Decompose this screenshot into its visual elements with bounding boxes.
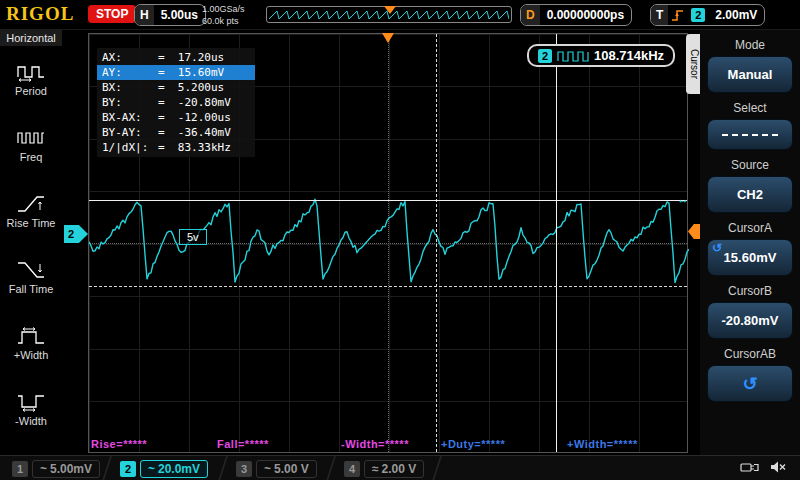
sidebar-item-label: +Width	[14, 349, 49, 361]
freq-counter-value: 108.714kHz	[594, 48, 664, 63]
channel-1-status[interactable]: 1 ~ 5.00mV	[12, 459, 100, 478]
cursor-b-hline[interactable]	[89, 286, 687, 287]
coupling-icon: ~	[264, 462, 271, 476]
system-status-icons	[740, 460, 786, 474]
cursor-readout-label: 1/|dX|:	[102, 141, 158, 154]
right-menu-panel: Mode Manual Select Source CH2 CursorA ↺ …	[700, 30, 800, 480]
cursor-a-value: 15.60mV	[724, 250, 777, 265]
cursor-readout-label: BY:	[102, 96, 158, 109]
channel-4-badge: 4	[344, 461, 360, 477]
select-button[interactable]	[707, 119, 793, 150]
cursor-menu-tab[interactable]: Cursor	[686, 34, 700, 94]
cursor-a-handle-icon[interactable]: ↔	[677, 192, 689, 206]
oscilloscope-screen: RIGOL STOP H 5.00us 1.00GSa/s 60.0k pts …	[0, 0, 800, 480]
cursor-readout-label: AY:	[102, 66, 158, 79]
cursor-ab-label: CursorAB	[700, 347, 800, 361]
cursor-readout-value: = 17.20us	[158, 51, 224, 64]
trigger-group[interactable]: T 2 2.00mV	[650, 4, 765, 26]
measure-plus-width: +Width=*****	[567, 438, 638, 450]
channel-4-status[interactable]: 4 ≈ 2.00 V	[344, 459, 424, 478]
run-stop-button[interactable]: STOP	[88, 5, 136, 23]
sidebar-item-period[interactable]: Period	[0, 46, 62, 112]
source-button[interactable]: CH2	[707, 176, 793, 213]
sidebar-item-label: Freq	[20, 151, 43, 163]
channel-divider	[218, 456, 228, 480]
cursor-readout-row: BY-AY: = -36.40mV	[97, 125, 255, 140]
frequency-counter-badge: 2 108.714kHz	[527, 44, 675, 67]
sidebar-item-label: -Width	[15, 415, 47, 427]
sidebar-item-minus-width[interactable]: -Width	[0, 376, 62, 442]
cursor-readout-row: BX-AX: = -12.00us	[97, 110, 255, 125]
measure-fall: Fall=*****	[217, 438, 269, 450]
horizontal-scale-group[interactable]: H 5.00us	[134, 4, 206, 26]
waveform-preview-strip[interactable]	[266, 6, 512, 23]
cursor-ab-button[interactable]: ↺	[707, 365, 793, 402]
channel-3-scale-box: ~ 5.00 V	[256, 460, 317, 478]
cursor-a-label: CursorA	[700, 221, 800, 235]
minus-width-icon	[17, 392, 45, 412]
scope-graticule: ↔ AX: = 17.20us AY: = 15.60mV BX: = 5.20…	[88, 33, 688, 453]
sample-rate: 1.00GSa/s	[202, 3, 245, 15]
sidebar-item-freq[interactable]: Freq	[0, 112, 62, 178]
coupling-icon: ~	[148, 462, 155, 476]
trigger-slope-icon	[670, 7, 686, 23]
channel2-ground-marker[interactable]: 2	[64, 225, 88, 243]
trigger-source-badge: 2	[691, 8, 705, 22]
left-sidebar-title: Horizontal	[0, 30, 62, 46]
cursor-readout-label: BY-AY:	[102, 126, 158, 139]
rotate-knob-icon: ↺	[742, 373, 757, 395]
freq-icon	[17, 128, 45, 148]
horizontal-label: H	[135, 5, 154, 25]
memory-depth: 60.0k pts	[202, 15, 245, 27]
cursor-b-button[interactable]: -20.80mV	[707, 302, 793, 339]
cursor-readout-value: = 15.60mV	[158, 66, 224, 79]
cursor-readout-row: BY: = -20.80mV	[97, 95, 255, 110]
measure-rise: Rise=*****	[91, 438, 147, 450]
cursor-readout-value: = 5.200us	[158, 81, 224, 94]
sidebar-item-label: Rise Time	[7, 217, 56, 229]
dashed-line-icon	[722, 134, 778, 136]
rise-time-icon	[17, 194, 45, 214]
channel-2-badge: 2	[120, 461, 136, 477]
coupling-icon: ≈	[372, 462, 379, 476]
channel-3-badge: 3	[236, 461, 252, 477]
channel-2-status[interactable]: 2 ~ 20.0mV	[120, 459, 208, 478]
cursor-readout-label: BX:	[102, 81, 158, 94]
cursor-b-vline[interactable]	[436, 34, 437, 452]
cursor-readout-value: = -20.80mV	[158, 96, 231, 109]
left-measure-sidebar: Horizontal Period Freq Rise Time	[0, 30, 62, 455]
delay-value: 0.00000000ps	[540, 8, 631, 22]
fall-time-icon	[17, 260, 45, 280]
source-label: Source	[700, 158, 800, 172]
cursor-readout-value: = -12.00us	[158, 111, 231, 124]
sidebar-item-plus-width[interactable]: +Width	[0, 310, 62, 376]
cursor-readout-row: 1/|dX|: = 83.33kHz	[97, 140, 255, 155]
cursor-readout-value: = -36.40mV	[158, 126, 231, 139]
channel-1-scale: 5.00mV	[50, 462, 92, 476]
cursor-readout-label: AX:	[102, 51, 158, 64]
sidebar-item-rise-time[interactable]: Rise Time	[0, 178, 62, 244]
sidebar-item-label: Period	[15, 85, 47, 97]
top-status-bar: RIGOL STOP H 5.00us 1.00GSa/s 60.0k pts …	[0, 0, 800, 30]
cursor-a-button[interactable]: ↺ 15.60mV	[707, 239, 793, 276]
rigol-logo: RIGOL	[6, 3, 74, 25]
channel-divider	[326, 456, 336, 480]
coupling-icon: ~	[40, 462, 47, 476]
channel-4-scale-box: ≈ 2.00 V	[364, 460, 424, 478]
channel-3-status[interactable]: 3 ~ 5.00 V	[236, 459, 317, 478]
cursor-readout-row: AY: = 15.60mV	[97, 65, 255, 80]
sidebar-item-fall-time[interactable]: Fall Time	[0, 244, 62, 310]
cursor-a-hline[interactable]	[89, 200, 687, 201]
acquisition-info: 1.00GSa/s 60.0k pts	[202, 3, 245, 27]
cursor-a-vline[interactable]	[556, 34, 557, 452]
cursor-b-value: -20.80mV	[721, 313, 778, 328]
channel-divider	[432, 456, 442, 480]
channel-divider	[102, 456, 112, 480]
select-label: Select	[700, 101, 800, 115]
delay-group[interactable]: D 0.00000000ps	[520, 4, 632, 26]
pulse-train-icon	[557, 50, 589, 62]
plus-width-icon	[17, 326, 45, 346]
mode-button[interactable]: Manual	[707, 56, 793, 93]
cursor-b-label: CursorB	[700, 284, 800, 298]
channel-status-bar: 1 ~ 5.00mV 2 ~ 20.0mV 3 ~ 5.00 V 4	[0, 455, 800, 480]
